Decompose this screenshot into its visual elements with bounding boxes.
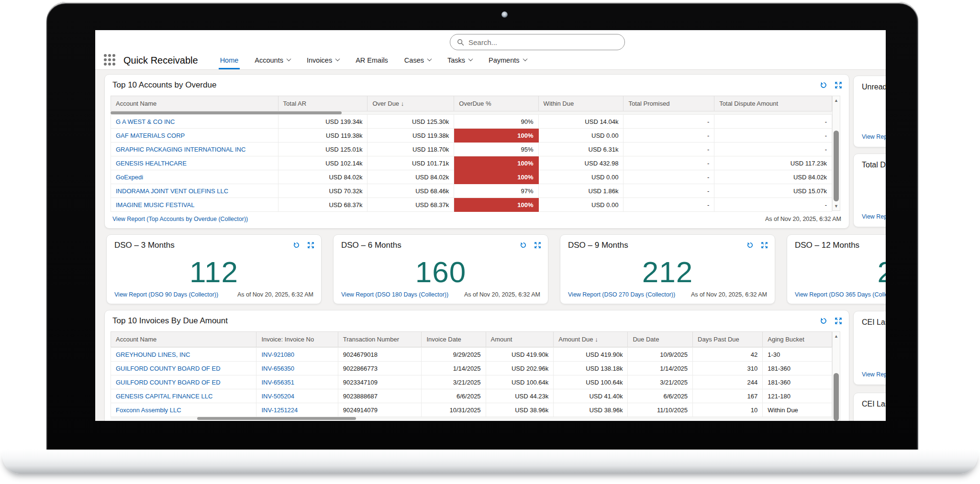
cell-promised: - [624, 143, 714, 156]
refresh-icon[interactable] [520, 242, 527, 249]
column-header[interactable]: Over Due ↓ [368, 96, 454, 111]
cell-due_date: 6/6/2025 [628, 389, 693, 403]
expand-icon[interactable] [534, 242, 541, 249]
account-link[interactable]: Foxconn Assembly LLC [116, 407, 181, 414]
cell-total_ar: USD 125.01k [278, 143, 368, 156]
column-header[interactable]: OverDue % [454, 96, 538, 111]
cell-over_due: USD 68.37k [368, 198, 454, 212]
horizontal-scrollbar[interactable] [111, 111, 832, 114]
view-report-link[interactable]: View Report [862, 371, 886, 378]
expand-icon[interactable] [835, 81, 842, 89]
column-header[interactable]: Transaction Number [338, 332, 422, 347]
tab-invoices[interactable]: Invoices [307, 51, 339, 69]
column-header[interactable]: Total Promised [624, 96, 714, 111]
account-link[interactable]: GENESIS CAPITAL FINANCE LLC [116, 393, 212, 400]
column-header[interactable]: Amount [486, 332, 554, 347]
tab-label: Invoices [307, 56, 332, 64]
invoice-link: INV-656351 [256, 375, 338, 389]
column-header[interactable]: Within Due [538, 96, 624, 111]
table-row: GREYHOUND LINES, INCINV-9210809024679018… [111, 348, 832, 362]
account-link[interactable]: G A WEST & CO INC [116, 118, 175, 125]
view-report-link[interactable]: View Report (DSO 365 Days (Collector)) [795, 291, 886, 298]
column-header[interactable]: Invoice: Invoice No [256, 332, 338, 347]
chevron-down-icon[interactable] [287, 56, 291, 61]
refresh-icon[interactable] [820, 317, 827, 325]
tab-label: Cases [404, 56, 424, 64]
invoices-due-card: Top 10 Invoices By Due Amount Account Na… [104, 310, 849, 421]
chevron-down-icon[interactable] [427, 56, 432, 61]
invoice-link[interactable]: INV-1251224 [261, 407, 298, 414]
account-link: IMAGINE MUSIC FESTIVAL [111, 198, 278, 212]
column-header[interactable]: Total Dispute Amount [714, 96, 832, 111]
column-header[interactable]: Invoice Date [422, 332, 486, 347]
cell-within_due: USD 1.86k [538, 184, 624, 198]
expand-icon[interactable] [761, 242, 768, 249]
cell-dispute: USD 117.23k [714, 156, 832, 170]
chevron-down-icon[interactable] [468, 56, 473, 61]
view-report-link[interactable]: View Report (DSO 180 Days (Collector)) [341, 291, 448, 298]
tab-ar-emails[interactable]: AR Emails [356, 51, 388, 69]
view-report-link[interactable]: View Report [862, 133, 886, 140]
expand-icon[interactable] [307, 242, 314, 249]
account-link[interactable]: INDORAMA JOINT VENT OLEFINS LLC [116, 187, 228, 195]
refresh-icon[interactable] [820, 81, 827, 89]
table-row: GRAPHIC PACKAGING INTERNATIONAL INCUSD 1… [111, 143, 832, 156]
column-header[interactable]: Amount Due ↓ [554, 332, 628, 347]
column-header[interactable]: Total AR [278, 96, 368, 111]
account-link[interactable]: GRAPHIC PACKAGING INTERNATIONAL INC [116, 146, 245, 153]
cell-overdue_pct: 97% [454, 184, 538, 198]
vertical-scrollbar[interactable]: ▲ [832, 331, 840, 421]
tab-cases[interactable]: Cases [404, 51, 431, 69]
table-row: GoExpediUSD 84.02kUSD 84.02k100%USD 0.00… [111, 170, 832, 184]
horizontal-scrollbar[interactable] [111, 417, 832, 420]
refresh-icon[interactable] [746, 242, 754, 249]
account-link[interactable]: GUILFORD COUNTY BOARD OF ED [116, 379, 221, 386]
sort-desc-icon: ↓ [399, 100, 404, 107]
chevron-down-icon[interactable] [523, 56, 527, 61]
account-link[interactable]: GUILFORD COUNTY BOARD OF ED [116, 365, 221, 372]
invoice-link[interactable]: INV-921080 [261, 351, 294, 358]
tab-payments[interactable]: Payments [489, 51, 526, 69]
chevron-down-icon[interactable] [335, 56, 340, 61]
column-header[interactable]: Due Date [628, 332, 693, 347]
cell-total_ar: USD 102.14k [278, 156, 368, 170]
expand-icon[interactable] [835, 317, 842, 325]
cell-amount: USD 419.90k [486, 348, 554, 362]
invoice-link[interactable]: INV-656350 [261, 365, 294, 372]
search-input[interactable]: Search... [450, 34, 625, 50]
cell-amount_due: USD 419.90k [554, 348, 628, 362]
vertical-scrollbar[interactable]: ▲ ▼ [832, 96, 840, 211]
cell-overdue_pct: 100% [454, 198, 538, 212]
column-header[interactable]: Account Name [111, 96, 278, 111]
scroll-up-icon[interactable]: ▲ [833, 97, 840, 104]
tab-home[interactable]: Home [220, 51, 239, 69]
column-header[interactable]: Days Past Due [693, 332, 763, 347]
account-link: G A WEST & CO INC [111, 115, 278, 129]
cell-due_date: 1/14/2025 [628, 362, 693, 375]
view-report-link[interactable]: View Report (Top Accounts by Overdue (Co… [112, 216, 248, 222]
account-link[interactable]: GoExpedi [116, 174, 143, 181]
view-report-link[interactable]: View Report (DSO 270 Days (Collector)) [568, 291, 675, 298]
scroll-down-icon[interactable]: ▼ [833, 203, 840, 209]
app-launcher-icon[interactable] [104, 54, 116, 66]
tab-accounts[interactable]: Accounts [255, 51, 290, 69]
tab-label: Payments [489, 56, 519, 64]
column-header[interactable]: Aging Bucket [763, 332, 832, 347]
account-link[interactable]: GAF MATERIALS CORP [116, 132, 185, 139]
cell-aging_bucket: 181-360 [763, 362, 832, 375]
invoice-link[interactable]: INV-656351 [261, 379, 294, 386]
view-report-link[interactable]: View Report (DSO 90 Days (Collector)) [114, 291, 218, 298]
tab-tasks[interactable]: Tasks [447, 51, 472, 69]
invoice-link[interactable]: INV-505204 [261, 393, 294, 400]
account-link[interactable]: GENESIS HEALTHCARE [116, 160, 187, 167]
column-header[interactable]: Account Name [111, 332, 256, 347]
cell-transaction: 9022866773 [338, 362, 422, 375]
refresh-icon[interactable] [293, 242, 300, 249]
cell-days_past_due: 310 [693, 362, 763, 375]
account-link[interactable]: IMAGINE MUSIC FESTIVAL [116, 201, 194, 209]
scroll-up-icon[interactable]: ▲ [833, 333, 840, 340]
view-report-link[interactable]: View Report [862, 213, 886, 220]
cell-overdue_pct: 90% [454, 115, 538, 129]
account-link[interactable]: GREYHOUND LINES, INC [116, 351, 190, 358]
overdue-accounts-card: Top 10 Accounts by Overdue Account NameT… [104, 74, 849, 229]
